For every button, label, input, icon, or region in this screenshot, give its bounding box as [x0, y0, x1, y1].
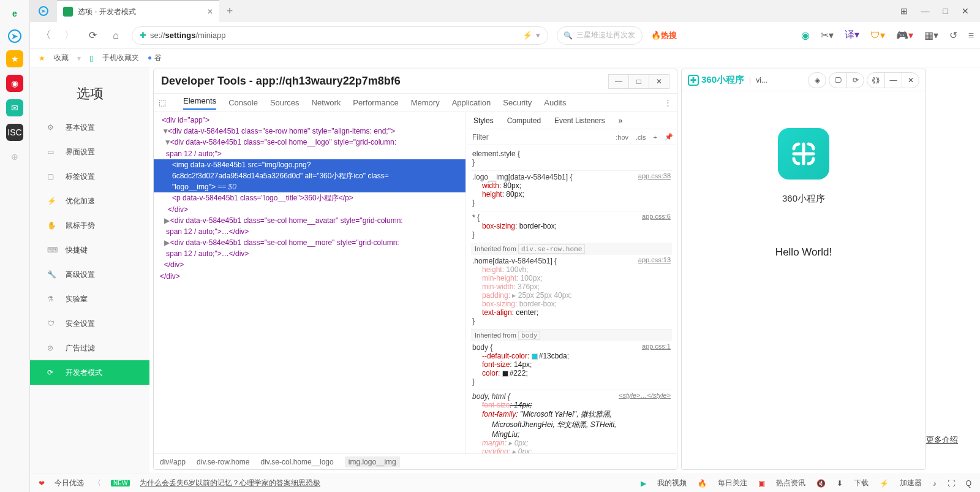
bolt-icon[interactable]: ⚡ [522, 31, 532, 40]
url-dropdown-icon[interactable]: ▾ [536, 31, 540, 40]
add-rule-icon[interactable]: + [650, 134, 661, 141]
ma-target-icon[interactable]: ◈ [809, 73, 826, 88]
menu-icon[interactable]: ≡ [968, 30, 974, 41]
history-icon[interactable]: ↺ [949, 29, 957, 41]
settings-developer[interactable]: ⟳开发者模式 [30, 360, 149, 385]
shield2-icon[interactable]: 🛡▾ [870, 29, 885, 41]
fav-label[interactable]: 收藏 [54, 53, 69, 63]
fullscreen-icon[interactable]: ⛶ [948, 479, 955, 488]
hotnews-link[interactable]: 热点资讯 [776, 478, 805, 488]
chat-icon[interactable]: ◉ [801, 29, 810, 41]
settings-speed[interactable]: ⚡优化加速 [30, 189, 149, 213]
bc-row[interactable]: div.se-row.home [197, 458, 249, 466]
extension-icon[interactable]: ⊞ [900, 6, 908, 16]
tab-audits[interactable]: Audits [544, 98, 566, 107]
settings-basic[interactable]: ⚙基本设置 [30, 115, 149, 140]
minimize-button[interactable]: — [921, 6, 930, 16]
q-icon[interactable]: Q [966, 479, 971, 488]
settings-gesture[interactable]: ✋鼠标手势 [30, 213, 149, 238]
search-box[interactable]: 🔍 三星堆遗址再次发 [557, 26, 643, 45]
new-tab-button[interactable]: + [219, 5, 241, 18]
dt-min-button[interactable]: — [608, 74, 629, 89]
listeners-tab[interactable]: Event Listeners [554, 116, 605, 125]
component-icon[interactable]: ⊕ [6, 148, 23, 165]
ma-refresh-icon[interactable]: ⟳ [846, 73, 864, 88]
download-icon[interactable]: ⬇ [837, 479, 843, 488]
home-button[interactable]: ⌂ [108, 28, 123, 43]
compass-icon[interactable]: ➤ [8, 29, 21, 43]
ma-monitor-icon[interactable]: 🖵 [829, 73, 846, 88]
url-input[interactable]: ✚ se://settings/miniapp ⚡ ▾ [132, 26, 548, 45]
tab-console[interactable]: Console [228, 98, 258, 107]
fav-icon[interactable]: ★ [39, 54, 45, 62]
tab-network[interactable]: Network [312, 98, 341, 107]
star-icon[interactable]: ★ [6, 50, 23, 67]
reload-button[interactable]: ⟳ [85, 28, 100, 43]
tab-memory[interactable]: Memory [411, 98, 440, 107]
rocket-icon[interactable]: ⚡ [880, 479, 889, 488]
game-icon[interactable]: 🎮▾ [896, 29, 913, 41]
heart-icon[interactable]: ❤ [39, 479, 45, 488]
close-tab-icon[interactable]: ✕ [207, 7, 213, 16]
sound-icon[interactable]: ♪ [933, 479, 937, 488]
computed-tab[interactable]: Computed [507, 116, 541, 125]
isc-icon[interactable]: ISC [6, 124, 23, 141]
styles-tab[interactable]: Styles [473, 116, 494, 125]
close-window-button[interactable]: ✕ [962, 6, 969, 16]
grid-icon[interactable]: ▦▾ [924, 29, 938, 41]
tab-title: 选项 - 开发者模式 [78, 7, 136, 17]
pinned-tab[interactable]: ➤ [30, 0, 57, 22]
pin-icon[interactable]: 📌 [661, 133, 677, 141]
dt-kebab-icon[interactable]: ⋮ [664, 98, 672, 107]
mute-icon[interactable]: 🔇 [816, 479, 826, 488]
settings-ui[interactable]: ▭界面设置 [30, 140, 149, 164]
dom-tree[interactable]: <div id="app"> ▼<div data-v-584e45b1 cla… [154, 112, 466, 453]
daily-link[interactable]: 每日关注 [718, 478, 747, 488]
settings-shortcut[interactable]: ⌨快捷键 [30, 238, 149, 262]
ma-settings-icon[interactable]: ⟪⟫ [867, 73, 884, 88]
element-picker-icon[interactable]: ⬚ [159, 98, 171, 107]
styles-filter-input[interactable] [466, 133, 612, 142]
ma-close-icon[interactable]: ✕ [902, 73, 919, 88]
hot-search-button[interactable]: 🔥热搜 [651, 30, 677, 41]
settings-security[interactable]: 🛡安全设置 [30, 311, 149, 336]
more-link[interactable]: 更多介绍 [926, 434, 958, 445]
play-icon[interactable]: ▶ [641, 479, 646, 488]
forward-button[interactable]: 〉 [62, 28, 77, 43]
settings-adblock[interactable]: ⊘广告过滤 [30, 336, 149, 360]
today-label[interactable]: 今日优选 [55, 478, 84, 488]
tab-performance[interactable]: Performance [353, 98, 398, 107]
bc-col[interactable]: div.se-col.home__logo [261, 458, 334, 466]
myvideo-link[interactable]: 我的视频 [657, 478, 687, 488]
styles-body[interactable]: element.style {} app.css:38.logo__img[da… [466, 145, 677, 453]
settings-lab[interactable]: ⚗实验室 [30, 287, 149, 311]
maximize-button[interactable]: □ [943, 6, 948, 16]
styles-more-icon[interactable]: » [619, 116, 623, 125]
scissors-icon[interactable]: ✂▾ [821, 29, 834, 41]
download-link[interactable]: 下载 [854, 478, 869, 488]
bc-app[interactable]: div#app [160, 458, 186, 466]
cls-toggle[interactable]: .cls [632, 134, 650, 141]
settings-tabs[interactable]: ▢标签设置 [30, 164, 149, 189]
hov-toggle[interactable]: :hov [612, 134, 632, 141]
dt-close-button[interactable]: ✕ [649, 74, 669, 89]
tab-elements[interactable]: Elements [183, 96, 216, 110]
settings-advanced[interactable]: 🔧高级设置 [30, 262, 149, 287]
news-link[interactable]: 为什么会丢失6岁以前的记忆？心理学家的答案细思恐极 [140, 478, 320, 488]
phone-bookmarks[interactable]: 手机收藏夹 [102, 53, 139, 63]
back-button[interactable]: 〈 [39, 28, 53, 43]
tab-sources[interactable]: Sources [270, 98, 300, 107]
google-bookmark[interactable]: ● 谷 [148, 53, 162, 63]
tab-security[interactable]: Security [503, 98, 532, 107]
mail-icon[interactable]: ✉ [6, 99, 23, 116]
dt-max-button[interactable]: □ [628, 74, 649, 89]
tab-application[interactable]: Application [452, 98, 491, 107]
translate-icon[interactable]: 译▾ [845, 29, 859, 42]
weibo-icon[interactable]: ◉ [6, 75, 23, 92]
accel-link[interactable]: 加速器 [900, 478, 922, 488]
active-tab[interactable]: 选项 - 开发者模式 ✕ [57, 0, 219, 22]
bookmarks-bar: ★ 收藏 ▾ ▯ 手机收藏夹 ● 谷 [30, 49, 980, 67]
bc-img[interactable]: img.logo__img [345, 456, 400, 467]
ma-min-icon[interactable]: — [884, 73, 902, 88]
browser-logo-icon[interactable]: e [6, 5, 23, 22]
